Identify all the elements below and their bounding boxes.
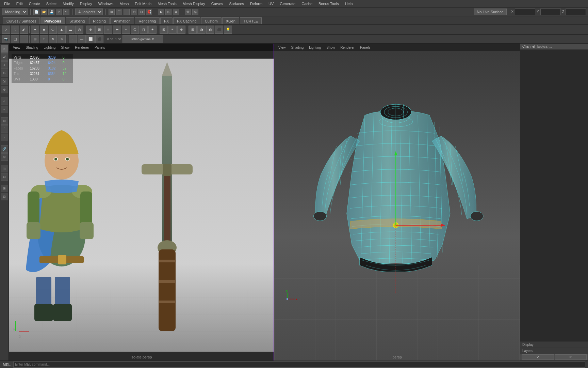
menu-cache[interactable]: Cache [299,1,315,6]
snap-curve-btn[interactable]: ⌒ [1,125,8,133]
redo-icon[interactable]: ↪ [63,9,69,15]
universal-manip-btn[interactable]: ⊕ [1,86,8,93]
tab-curves-surfaces[interactable]: Curves / Surfaces [3,17,40,24]
left-panels-menu[interactable]: Panels [93,45,107,50]
smooth-shade-icon[interactable]: ◑ [197,26,206,34]
mode-dropdown[interactable]: Modeling [2,9,28,15]
menu-surfaces[interactable]: Surfaces [227,1,247,6]
paint-mode-btn[interactable]: 🖌 [1,53,8,61]
sphere-tool[interactable]: ● [31,26,39,34]
bevel-tool[interactable]: ⌗ [104,26,112,34]
right-renderer-menu[interactable]: Renderer [339,45,356,50]
wireframe-icon[interactable]: ⊞ [189,26,197,34]
menu-create[interactable]: Create [26,1,43,6]
vertex-mode-icon[interactable]: · [69,35,77,43]
tab-fx[interactable]: FX [160,17,173,24]
tab-turtle[interactable]: TURTLE [240,17,262,24]
lighting-icon[interactable]: 💡 [224,26,232,34]
save-icon[interactable]: 💾 [48,9,54,15]
scale-tool[interactable]: ⇲ [58,35,66,43]
right-view-menu[interactable]: View [277,45,287,50]
face-mode-icon[interactable]: ⬜ [86,35,95,43]
tab-custom[interactable]: Custom [201,17,222,24]
bridge-tool[interactable]: ⊞ [95,26,103,34]
misc-btn1[interactable]: ⊠ [1,185,8,192]
z-input[interactable] [566,9,586,15]
lasso-tool[interactable]: ⌇ [11,26,19,34]
soft-select-btn[interactable]: ○ [1,97,8,105]
magnet-icon[interactable]: 🧲 [146,9,152,15]
menu-file[interactable]: File [1,1,13,6]
viewport-left[interactable]: View Shading Lighting Show Renderer Pane… [9,44,274,361]
history-btn[interactable]: ≡ [1,106,8,113]
tab-fx-caching[interactable]: FX Caching [173,17,200,24]
isolate-icon[interactable]: ◎ [192,9,198,15]
menu-windows[interactable]: Windows [96,1,116,6]
menu-edit[interactable]: Edit [14,1,26,6]
render-settings-icon[interactable]: ⚙ [173,9,179,15]
fill-hole-tool[interactable]: ⬡ [131,26,139,34]
render-icon[interactable]: ▶ [158,9,164,15]
top-view-icon[interactable]: ⊤ [20,35,28,43]
misc-btn2[interactable]: ⊡ [1,193,8,200]
tab-sculpting[interactable]: Sculpting [66,17,88,24]
menu-uv[interactable]: UV [266,1,276,6]
perspective-icon[interactable]: ◫ [11,35,19,43]
menu-mesh-display[interactable]: Mesh Display [180,1,208,6]
cone-tool[interactable]: ▲ [58,26,66,34]
right-lighting-menu[interactable]: Lighting [308,45,322,50]
viewport-right[interactable]: View Shading Lighting Show Renderer Pane… [274,44,520,361]
menu-help[interactable]: Help [342,1,356,6]
snap-point-btn[interactable]: · [1,134,8,141]
p-btn[interactable]: P [555,354,587,360]
plane-tool[interactable]: ▬ [66,26,75,34]
left-renderer-menu[interactable]: Renderer [74,45,91,50]
object-mode-icon[interactable]: ⬛ [95,35,103,43]
tab-polygons[interactable]: Polygons [40,17,65,24]
new-scene-icon[interactable]: 📄 [33,9,39,15]
tab-animation[interactable]: Animation [110,17,134,24]
multi-cut-tool[interactable]: ⊠ [160,26,168,34]
attr-btn[interactable]: ⚙ [1,153,8,161]
menu-mesh-tools[interactable]: Mesh Tools [155,1,179,6]
menu-edit-mesh[interactable]: Edit Mesh [132,1,154,6]
menu-deform[interactable]: Deform [247,1,265,6]
left-show-menu[interactable]: Show [60,45,71,50]
menu-select[interactable]: Select [44,1,60,6]
target-weld-tool[interactable]: ⊕ [177,26,185,34]
tab-xgen[interactable]: XGen [222,17,239,24]
snap-view-icon[interactable]: ⊟ [138,9,145,15]
tab-rigging[interactable]: Rigging [89,17,109,24]
mel-input[interactable] [13,362,585,368]
wireframe-shade-icon[interactable]: ◐ [206,26,214,34]
edge-mode-icon[interactable]: — [78,35,86,43]
select-tool[interactable]: ▷ [2,26,10,34]
tag-btn[interactable]: ⊟ [1,173,8,181]
knife-tool[interactable]: ✂ [122,26,130,34]
menu-generate[interactable]: Generate [277,1,298,6]
crease-tool[interactable]: ≡ [168,26,177,34]
x-input[interactable] [515,9,535,15]
no-live-surface[interactable]: No Live Surface [474,9,506,15]
tab-rendering[interactable]: Rendering [135,17,160,24]
snap-grid-icon[interactable]: ⊞ [109,9,115,15]
color-profile-dropdown[interactable]: sRGB gamma ▼ [122,35,163,43]
extrude-tool[interactable]: ⊕ [86,26,95,34]
snap-curve-icon[interactable]: ⌒ [116,9,122,15]
menu-display[interactable]: Display [77,1,95,6]
undo-icon[interactable]: ↩ [56,9,62,15]
menu-bonus-tools[interactable]: Bonus Tools [316,1,342,6]
camera-icon[interactable]: 📷 [2,35,10,43]
menu-curves[interactable]: Curves [209,1,226,6]
rotate-btn[interactable]: ↻ [1,70,8,77]
move-tool[interactable]: ✛ [40,35,48,43]
scale-btn[interactable]: ⇲ [1,78,8,85]
select-mode-btn[interactable]: ▷ [1,45,8,52]
move-btn[interactable]: ✛ [1,61,8,69]
transform-tool[interactable]: ⊞ [31,35,39,43]
left-shading-menu[interactable]: Shading [24,45,40,50]
open-icon[interactable]: 📂 [41,9,47,15]
selection-dropdown[interactable]: All objects [75,9,103,15]
loop-cut-tool[interactable]: ⊢ [113,26,121,34]
box-tool[interactable]: ■ [40,26,48,34]
